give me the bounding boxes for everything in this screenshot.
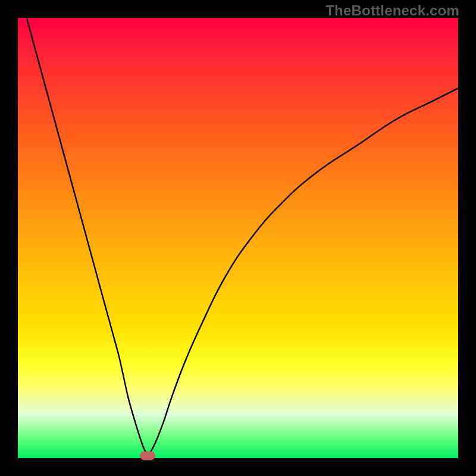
curve-svg <box>18 18 458 458</box>
watermark-text: TheBottleneck.com <box>325 2 459 19</box>
curve-left-branch <box>27 18 148 456</box>
plot-area <box>18 18 458 458</box>
curve-right-branch <box>148 88 458 456</box>
chart-stage: TheBottleneck.com <box>0 0 476 476</box>
minimum-marker <box>140 452 155 461</box>
